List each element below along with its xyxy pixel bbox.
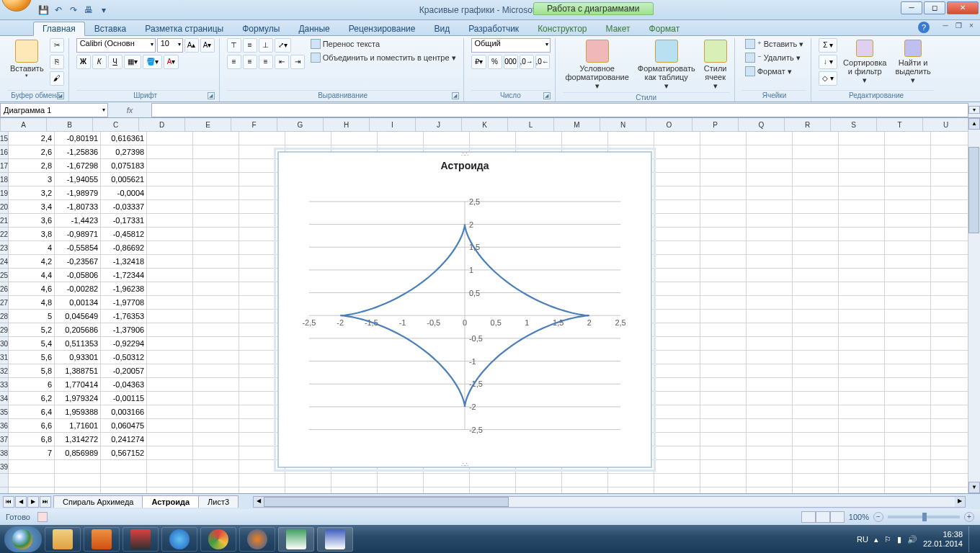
cell[interactable]	[793, 337, 839, 351]
cell[interactable]	[839, 296, 885, 310]
cell[interactable]	[654, 296, 700, 310]
row-header[interactable]: 15	[0, 132, 8, 145]
cell[interactable]	[839, 364, 885, 378]
workbook-restore-icon[interactable]: ❐	[953, 22, 964, 30]
cell[interactable]	[839, 173, 885, 186]
cell[interactable]	[747, 214, 793, 228]
cell[interactable]: 1,314272	[55, 433, 101, 446]
cell[interactable]	[147, 269, 193, 282]
merge-center-button[interactable]: Объединить и поместить в центре ▾	[308, 52, 459, 63]
row-header[interactable]: 32	[0, 364, 8, 378]
column-header-N[interactable]: N	[600, 118, 646, 131]
cell[interactable]: 0,241274	[101, 433, 147, 446]
column-header-M[interactable]: M	[554, 118, 600, 131]
sheet-tab-sheet3[interactable]: Лист3	[198, 495, 239, 508]
cell[interactable]	[700, 269, 747, 282]
cell[interactable]	[747, 228, 793, 241]
cell[interactable]: -0,20057	[101, 364, 147, 378]
cell[interactable]	[931, 405, 968, 419]
row-header[interactable]: 33	[0, 378, 8, 392]
cell[interactable]	[700, 310, 747, 323]
taskbar-excel-icon[interactable]	[278, 527, 314, 552]
cell[interactable]	[931, 419, 968, 433]
chart-plot-area[interactable]: -2,5-2-1,5-1-0,50,511,522,5-2,5-2-1,5-1-…	[289, 181, 641, 457]
cell[interactable]: -0,04363	[101, 378, 147, 392]
cell[interactable]	[147, 378, 193, 392]
row-header[interactable]: 19	[0, 186, 8, 200]
cell[interactable]	[931, 228, 968, 241]
increase-decimal-icon[interactable]: ,0→	[520, 55, 534, 69]
taskbar-media-icon[interactable]	[84, 527, 120, 552]
hscroll-thumb[interactable]	[264, 497, 509, 507]
cell[interactable]	[885, 132, 931, 145]
view-page-layout-icon[interactable]	[816, 511, 830, 523]
cell[interactable]	[885, 337, 931, 351]
cell[interactable]	[931, 364, 968, 378]
sheet-nav-last-icon[interactable]: ⏭	[40, 496, 51, 508]
zoom-in-icon[interactable]: +	[964, 512, 974, 522]
cell[interactable]	[147, 282, 193, 296]
cell[interactable]	[885, 351, 931, 364]
cell[interactable]	[839, 241, 885, 255]
cell[interactable]: 7	[9, 446, 55, 460]
align-center-icon[interactable]: ≡	[243, 55, 257, 69]
cell[interactable]	[193, 145, 239, 159]
cell[interactable]: -0,05806	[55, 269, 101, 282]
cell[interactable]	[193, 405, 239, 419]
cell[interactable]	[654, 186, 700, 200]
cell[interactable]	[470, 132, 516, 145]
tab-chart-format[interactable]: Формат	[640, 22, 690, 36]
cell[interactable]: 3,2	[9, 186, 55, 200]
scroll-right-icon[interactable]: ▶	[955, 497, 965, 507]
taskbar-explorer-icon[interactable]	[45, 527, 81, 552]
cell[interactable]: 0,511353	[55, 337, 101, 351]
cell[interactable]	[193, 460, 239, 474]
cell[interactable]	[885, 282, 931, 296]
row-header[interactable]: 39	[0, 460, 8, 474]
cell[interactable]: 5,2	[9, 323, 55, 337]
clear-icon[interactable]: ◇ ▾	[819, 71, 837, 86]
cell[interactable]	[747, 296, 793, 310]
zoom-level[interactable]: 100%	[849, 513, 869, 521]
tray-show-hidden-icon[interactable]: ▴	[874, 535, 878, 544]
cell[interactable]	[424, 132, 470, 145]
conditional-formatting-button[interactable]: Условноеформатирование▾	[563, 38, 632, 92]
bold-icon[interactable]: Ж	[76, 55, 91, 69]
cell[interactable]: 4,6	[9, 282, 55, 296]
cell[interactable]: -0,80191	[55, 132, 101, 145]
currency-icon[interactable]: ₽▾	[471, 55, 486, 69]
cell[interactable]	[747, 282, 793, 296]
cell[interactable]	[147, 419, 193, 433]
column-header-Q[interactable]: Q	[739, 118, 785, 131]
cell[interactable]	[654, 323, 700, 337]
cell[interactable]	[147, 351, 193, 364]
cell[interactable]	[839, 433, 885, 446]
column-header-I[interactable]: I	[370, 118, 416, 131]
cell[interactable]	[885, 405, 931, 419]
tray-network-icon[interactable]: ▮	[897, 535, 901, 544]
cell[interactable]	[931, 269, 968, 282]
cell[interactable]: -1,4423	[55, 214, 101, 228]
cell[interactable]	[839, 269, 885, 282]
cell[interactable]: -0,55854	[55, 241, 101, 255]
cell[interactable]	[839, 460, 885, 474]
cell[interactable]	[193, 241, 239, 255]
maximize-button[interactable]: ◻	[924, 1, 945, 14]
cell[interactable]	[747, 419, 793, 433]
close-button[interactable]: ✕	[947, 1, 979, 14]
cell[interactable]	[747, 433, 793, 446]
cell[interactable]	[654, 419, 700, 433]
column-header-H[interactable]: H	[324, 118, 370, 131]
column-header-D[interactable]: D	[139, 118, 185, 131]
cell[interactable]	[700, 433, 747, 446]
cell[interactable]	[193, 392, 239, 405]
tray-volume-icon[interactable]: 🔊	[907, 535, 917, 544]
cell[interactable]	[193, 351, 239, 364]
formula-expand-icon[interactable]: ▾	[968, 106, 980, 114]
column-header-F[interactable]: F	[231, 118, 277, 131]
taskbar-chrome-icon[interactable]	[200, 527, 236, 552]
cell[interactable]	[793, 255, 839, 269]
cell[interactable]	[700, 214, 747, 228]
cell[interactable]	[885, 255, 931, 269]
cell[interactable]: 0,856989	[55, 446, 101, 460]
